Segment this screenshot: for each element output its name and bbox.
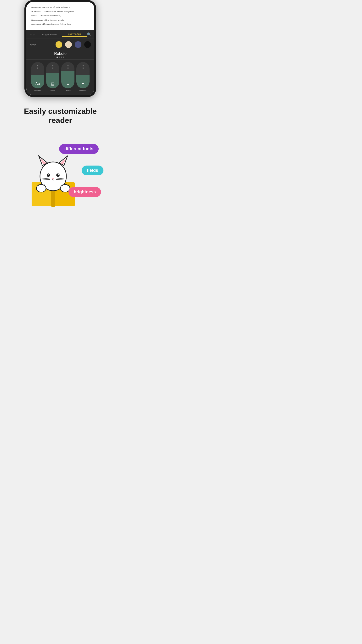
svg-point-11	[47, 174, 50, 177]
pill-dot	[67, 68, 68, 69]
font-name-row: Roboto	[30, 52, 91, 56]
control-size: Aa Размер	[31, 62, 44, 92]
control-brightness: ✦ Яркость	[76, 62, 89, 92]
phone-screen: то «некрасивости». (– «Я тебя люблю». – …	[26, 2, 94, 95]
brightness-label: Яркость	[79, 90, 86, 92]
theme-circles: ✓	[55, 41, 91, 48]
pill-dot	[83, 65, 83, 66]
brightness-pill[interactable]: ✦	[76, 62, 89, 88]
font-dots	[30, 56, 91, 58]
theme-yellow[interactable]: ✓	[55, 41, 62, 48]
settings-panel: ⌄⌄ СОДЕРЖАНИЕ НАСТРОЙКИ 🔍 Шрифт ✓	[26, 30, 94, 95]
badge-brightness: brightness	[68, 187, 101, 197]
svg-point-13	[48, 174, 49, 175]
collapse-icon[interactable]: ⌄⌄	[30, 32, 35, 36]
phone-frame: то «некрасивости». (– «Я тебя люблю». – …	[24, 0, 96, 97]
book-text-area: то «некрасивости». (– «Я тебя люблю». – …	[26, 2, 94, 30]
cat-illustration	[24, 151, 77, 214]
pill-dot	[83, 68, 83, 69]
theme-black[interactable]	[84, 41, 91, 48]
pill-dot	[52, 65, 53, 66]
pill-dot	[37, 66, 38, 68]
svg-point-12	[56, 174, 60, 177]
margins-pill[interactable]: ▤	[46, 62, 59, 88]
illustration-area: different fonts fields brightness	[5, 137, 116, 214]
font-label: Шрифт	[30, 43, 36, 46]
tab-contents[interactable]: СОДЕРЖАНИЕ	[37, 32, 62, 36]
phone-mockup: то «некрасивости». (– «Я тебя люблю». – …	[24, 0, 96, 97]
svg-point-20	[36, 184, 46, 192]
control-margins: ▤ Поля	[46, 62, 59, 92]
pill-dot	[52, 66, 53, 68]
size-label: Размер	[34, 90, 41, 92]
font-section: Roboto	[26, 50, 94, 60]
settings-tabs: ⌄⌄ СОДЕРЖАНИЕ НАСТРОЙКИ 🔍	[26, 30, 94, 39]
pill-dot	[67, 66, 68, 68]
font-dot-2	[59, 56, 60, 58]
lines-icon: ≡	[67, 82, 69, 86]
theme-row: Шрифт ✓	[26, 39, 94, 50]
book-text-line3: ждал». – «Большое спасибо?»⁷¹).	[31, 14, 89, 18]
book-text-line4: Ты говоришь: «Мне больно», а тебе	[31, 18, 89, 22]
badge-fonts: different fonts	[59, 144, 99, 154]
book-text-line5: отвечают: «Нет, тебе не…». Тебе не боль-	[31, 22, 89, 26]
pill-dot	[52, 68, 53, 69]
pill-dot	[83, 66, 83, 68]
headline-line2: reader	[49, 116, 72, 124]
svg-point-14	[58, 174, 59, 175]
cat-container: different fonts fields brightness	[24, 137, 96, 214]
book-text-line1: то «некрасивости». (– «Я тебя люблю». –	[31, 6, 89, 9]
main-headline: Easily customizable reader	[24, 106, 97, 125]
margins-icon: ▤	[51, 82, 54, 86]
badge-fields: fields	[82, 166, 103, 176]
pill-dot	[37, 65, 38, 66]
svg-point-15	[52, 178, 54, 180]
main-content: Easily customizable reader	[0, 97, 121, 214]
size-icon: Aa	[35, 82, 40, 86]
lines-label: Строки	[65, 90, 71, 92]
font-name[interactable]: Roboto	[54, 52, 66, 56]
controls-row: Aa Размер ▤	[26, 60, 94, 95]
brightness-icon: ✦	[81, 82, 84, 86]
font-dot-3	[61, 56, 62, 58]
control-lines: ≡ Строки	[61, 62, 74, 92]
headline-line1: Easily customizable	[24, 107, 97, 116]
size-pill[interactable]: Aa	[31, 62, 44, 88]
tab-settings[interactable]: НАСТРОЙКИ	[62, 32, 87, 37]
font-dot-4	[63, 56, 64, 58]
search-icon[interactable]: 🔍	[87, 32, 91, 36]
book-text-line2: «Спасибо». – «Это не тот ответ, которого…	[31, 10, 89, 14]
lines-pill[interactable]: ≡	[61, 62, 74, 88]
margins-label: Поля	[50, 90, 55, 92]
theme-navy[interactable]	[75, 41, 81, 48]
font-dot-1	[56, 56, 58, 58]
pill-dot	[67, 65, 68, 66]
pill-dot	[37, 68, 38, 69]
theme-beige[interactable]	[65, 41, 72, 48]
